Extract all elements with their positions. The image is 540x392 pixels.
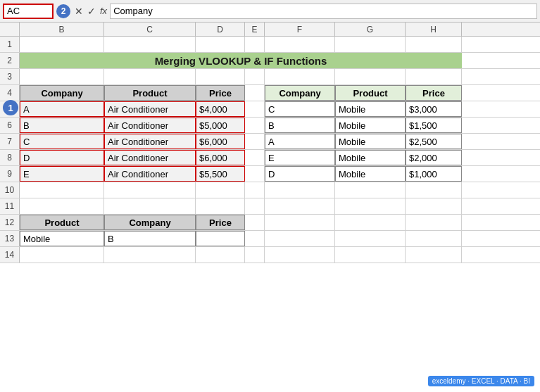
- cell-c9[interactable]: Air Conditioner: [104, 166, 196, 182]
- cell-c10[interactable]: [104, 182, 196, 198]
- cell-h10[interactable]: [406, 182, 462, 198]
- cell-f6[interactable]: B: [265, 118, 335, 133]
- col-header-g[interactable]: G: [335, 23, 406, 36]
- cell-f10[interactable]: [265, 182, 335, 198]
- cell-g6[interactable]: Mobile: [335, 118, 406, 133]
- confirm-icon[interactable]: ✓: [86, 6, 97, 17]
- cell-h4-header[interactable]: Price: [406, 85, 462, 101]
- cell-h1[interactable]: [406, 37, 462, 52]
- name-box[interactable]: [3, 4, 54, 19]
- cell-b1[interactable]: [20, 37, 104, 52]
- cell-e4[interactable]: [245, 85, 265, 101]
- cell-d1[interactable]: [196, 37, 245, 52]
- cell-h9[interactable]: $1,000: [406, 166, 462, 182]
- col-header-f[interactable]: F: [265, 23, 335, 36]
- cell-f3[interactable]: [265, 69, 335, 84]
- cell-g12[interactable]: [335, 215, 406, 230]
- col-header-b[interactable]: B: [20, 23, 104, 36]
- cell-g10[interactable]: [335, 182, 406, 198]
- cell-d13[interactable]: [196, 231, 245, 246]
- col-header-h[interactable]: H: [406, 23, 462, 36]
- cell-f9[interactable]: D: [265, 166, 335, 182]
- cell-g11[interactable]: [335, 198, 406, 214]
- cell-f1[interactable]: [265, 37, 335, 52]
- cell-d12-header[interactable]: Price: [196, 215, 245, 230]
- cell-c6[interactable]: Air Conditioner: [104, 118, 196, 133]
- cell-b12-header[interactable]: Product: [20, 215, 104, 230]
- cell-e7[interactable]: [245, 134, 265, 149]
- cell-e1[interactable]: [245, 37, 265, 52]
- cell-d4-header[interactable]: Price: [196, 85, 245, 101]
- cell-b5[interactable]: A: [20, 101, 104, 117]
- cell-g8[interactable]: Mobile: [335, 150, 406, 165]
- cell-f7[interactable]: A: [265, 134, 335, 149]
- cell-f14[interactable]: [265, 247, 335, 263]
- cell-b2-title[interactable]: Merging VLOOKUP & IF Functions: [20, 53, 462, 68]
- cell-e10[interactable]: [245, 182, 265, 198]
- cell-d9[interactable]: $5,500: [196, 166, 245, 182]
- col-header-d[interactable]: D: [196, 23, 245, 36]
- cell-g7[interactable]: Mobile: [335, 134, 406, 149]
- cancel-icon[interactable]: ✕: [73, 6, 84, 17]
- cell-f5[interactable]: C: [265, 101, 335, 117]
- col-header-e[interactable]: E: [245, 23, 265, 36]
- cell-e14[interactable]: [245, 247, 265, 263]
- cell-b3[interactable]: [20, 69, 104, 84]
- cell-h5[interactable]: $3,000: [406, 101, 462, 117]
- cell-h14[interactable]: [406, 247, 462, 263]
- cell-e9[interactable]: [245, 166, 265, 182]
- cell-h6[interactable]: $1,500: [406, 118, 462, 133]
- cell-f13[interactable]: [265, 231, 335, 246]
- cell-f8[interactable]: E: [265, 150, 335, 165]
- cell-e6[interactable]: [245, 118, 265, 133]
- cell-c8[interactable]: Air Conditioner: [104, 150, 196, 165]
- cell-b10[interactable]: [20, 182, 104, 198]
- cell-c14[interactable]: [104, 247, 196, 263]
- cell-d7[interactable]: $6,000: [196, 134, 245, 149]
- cell-b14[interactable]: [20, 247, 104, 263]
- cell-c12-header[interactable]: Company: [104, 215, 196, 230]
- cell-e11[interactable]: [245, 198, 265, 214]
- cell-e5[interactable]: [245, 101, 265, 117]
- cell-g4-header[interactable]: Product: [335, 85, 406, 101]
- cell-d3[interactable]: [196, 69, 245, 84]
- formula-input[interactable]: [110, 4, 537, 19]
- cell-f4-header[interactable]: Company: [265, 85, 335, 101]
- cell-b7[interactable]: C: [20, 134, 104, 149]
- cell-h8[interactable]: $2,000: [406, 150, 462, 165]
- cell-d10[interactable]: [196, 182, 245, 198]
- cell-d5[interactable]: $4,000: [196, 101, 245, 117]
- cell-b4-header[interactable]: Company: [20, 85, 104, 101]
- cell-g1[interactable]: [335, 37, 406, 52]
- cell-h7[interactable]: $2,500: [406, 134, 462, 149]
- cell-c5[interactable]: Air Conditioner: [104, 101, 196, 117]
- cell-d8[interactable]: $6,000: [196, 150, 245, 165]
- cell-b11[interactable]: [20, 198, 104, 214]
- cell-c4-header[interactable]: Product: [104, 85, 196, 101]
- cell-c11[interactable]: [104, 198, 196, 214]
- cell-h11[interactable]: [406, 198, 462, 214]
- cell-b8[interactable]: D: [20, 150, 104, 165]
- cell-b9[interactable]: E: [20, 166, 104, 182]
- cell-g9[interactable]: Mobile: [335, 166, 406, 182]
- cell-e13[interactable]: [245, 231, 265, 246]
- cell-g14[interactable]: [335, 247, 406, 263]
- cell-d11[interactable]: [196, 198, 245, 214]
- cell-b13[interactable]: Mobile: [20, 231, 104, 246]
- cell-g3[interactable]: [335, 69, 406, 84]
- cell-f11[interactable]: [265, 198, 335, 214]
- cell-g5[interactable]: Mobile: [335, 101, 406, 117]
- cell-d6[interactable]: $5,000: [196, 118, 245, 133]
- cell-e8[interactable]: [245, 150, 265, 165]
- cell-c7[interactable]: Air Conditioner: [104, 134, 196, 149]
- cell-f12[interactable]: [265, 215, 335, 230]
- col-header-c[interactable]: C: [104, 23, 196, 36]
- cell-e3[interactable]: [245, 69, 265, 84]
- cell-h12[interactable]: [406, 215, 462, 230]
- cell-b6[interactable]: B: [20, 118, 104, 133]
- cell-e12[interactable]: [245, 215, 265, 230]
- cell-c3[interactable]: [104, 69, 196, 84]
- cell-c1[interactable]: [104, 37, 196, 52]
- cell-g13[interactable]: [335, 231, 406, 246]
- cell-d14[interactable]: [196, 247, 245, 263]
